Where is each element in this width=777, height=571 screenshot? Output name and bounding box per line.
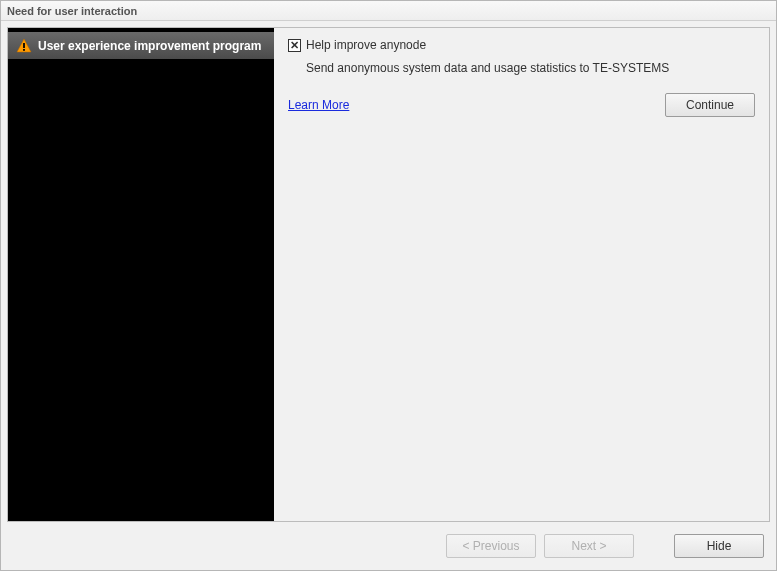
content-action-row: Learn More Continue [288,93,755,117]
svg-rect-1 [23,43,25,48]
help-improve-row: ✕ Help improve anynode [288,38,755,52]
continue-button-label: Continue [686,98,734,112]
content-panel: ✕ Help improve anynode Send anonymous sy… [274,28,769,521]
dialog-window: Need for user interaction User experienc… [0,0,777,571]
sidebar-item-label: User experience improvement program [38,39,261,53]
next-button-label: Next > [571,539,606,553]
window-title: Need for user interaction [7,5,137,17]
continue-button[interactable]: Continue [665,93,755,117]
previous-button-label: < Previous [462,539,519,553]
hide-button[interactable]: Hide [674,534,764,558]
previous-button: < Previous [446,534,536,558]
sidebar-item-user-experience[interactable]: User experience improvement program [8,32,274,59]
sidebar: User experience improvement program [8,28,274,521]
learn-more-link[interactable]: Learn More [288,98,349,112]
window-title-bar: Need for user interaction [1,1,776,21]
hide-button-label: Hide [707,539,732,553]
help-improve-checkbox[interactable]: ✕ [288,39,301,52]
footer-buttons: < Previous Next > Hide [7,528,770,564]
dialog-body: User experience improvement program ✕ He… [1,21,776,570]
help-improve-description: Send anonymous system data and usage sta… [306,60,755,77]
svg-rect-2 [23,49,25,51]
warning-icon [16,38,32,54]
main-panel: User experience improvement program ✕ He… [7,27,770,522]
next-button: Next > [544,534,634,558]
help-improve-label: Help improve anynode [306,38,426,52]
